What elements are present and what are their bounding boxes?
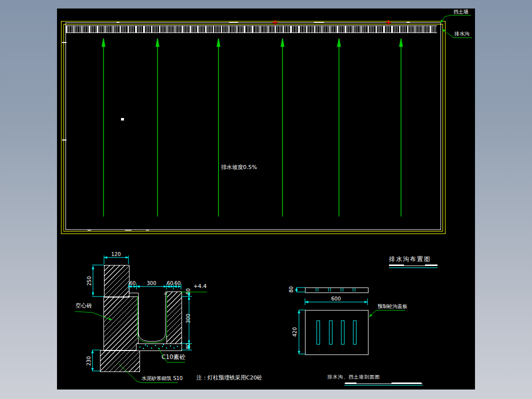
border-dash <box>229 22 238 23</box>
cover-plate-slot <box>329 320 332 344</box>
dim-text-300-depth: 300 <box>186 314 191 323</box>
layout-title-underline-cyan <box>389 268 438 268</box>
mortar-label-underline <box>142 382 178 383</box>
dim-text-60-left: 60 <box>130 280 136 286</box>
ditch-label: 排水沟 <box>454 31 470 37</box>
channel-green-lining <box>138 292 167 343</box>
layout-title-underline-seg <box>389 264 404 266</box>
layout-title: 排水沟布置图 <box>389 256 431 262</box>
dim-text-600: 600 <box>331 296 340 302</box>
section-title: 排水沟、挡土墙剖面图 <box>328 374 380 380</box>
border-dash <box>314 22 324 23</box>
hollow-brick-label: 空心砖 <box>76 303 92 309</box>
dim-text-80-top: 80 <box>186 288 191 295</box>
mortar-label: 水泥砂浆砌筑 S10 <box>142 376 182 382</box>
border-dash <box>88 230 91 230</box>
section-title-underline-cyan <box>344 385 422 386</box>
cover-plate-label-underline <box>376 310 405 310</box>
foundation-hatch <box>100 350 140 372</box>
border-dash <box>125 230 132 230</box>
cover-plate-leader <box>369 310 376 317</box>
concrete-bed-label-underline <box>166 362 185 362</box>
retaining-wall-label: 挡土墙 <box>454 9 468 15</box>
dim-text-300-width: 300 <box>146 280 156 286</box>
section-title-underline-seg <box>345 382 356 384</box>
concrete-bed-label: C10素砼 <box>162 354 186 360</box>
border-dash <box>146 230 149 230</box>
border-dash <box>116 22 120 23</box>
wall-lower-hatch <box>104 296 138 351</box>
dim-text-120: 120 <box>111 252 120 257</box>
border-dash <box>406 22 410 23</box>
wall-upper-hatch <box>104 265 130 298</box>
dim-text-80-plate: 80 <box>288 286 294 293</box>
elevation-label: +4.4 <box>194 284 207 289</box>
left-ledge <box>128 293 138 296</box>
layout-title-underline-seg <box>425 264 438 266</box>
channel-white-outline <box>138 292 166 342</box>
section-title-underline-seg <box>392 382 422 384</box>
cad-viewer-background: 排水坡度0.5% 挡土墙 排水沟 120 250 60 300 60 60 +4… <box>0 0 532 399</box>
dim-text-230: 230 <box>86 356 92 366</box>
note-text: 注：灯柱预埋铁采用C20砼 <box>196 375 262 381</box>
cover-plate-slot <box>341 320 344 344</box>
dim-text-60-right-a: 60 <box>167 280 174 286</box>
dim-text-250: 250 <box>86 276 92 286</box>
slope-label: 排水坡度0.5% <box>221 164 257 170</box>
border-tick <box>62 42 66 43</box>
drawing-canvas[interactable]: 排水坡度0.5% 挡土墙 排水沟 120 250 60 300 60 60 +4… <box>57 8 475 390</box>
dim-text-80-bottom: 80 <box>186 343 191 350</box>
cover-plate-slot <box>316 320 320 344</box>
concrete-bed <box>136 344 182 351</box>
dim-text-420: 420 <box>292 327 298 336</box>
ditch-label-underline <box>452 38 472 38</box>
cover-plate-label: 预制砼沟盖板 <box>378 304 408 310</box>
retaining-wall-label-underline <box>452 15 471 16</box>
cover-plate-side-view <box>305 288 368 293</box>
cover-plate-plan-view <box>305 310 368 355</box>
ditch-hatch-strip <box>66 26 437 33</box>
channel-right-wall-hatch <box>166 292 182 344</box>
border-tick <box>62 140 66 140</box>
cover-plate-slot <box>353 320 356 344</box>
wall-centerline-outline <box>66 22 441 230</box>
point-marker <box>121 118 124 120</box>
dim-text-60-right-b: 60 <box>174 280 181 286</box>
